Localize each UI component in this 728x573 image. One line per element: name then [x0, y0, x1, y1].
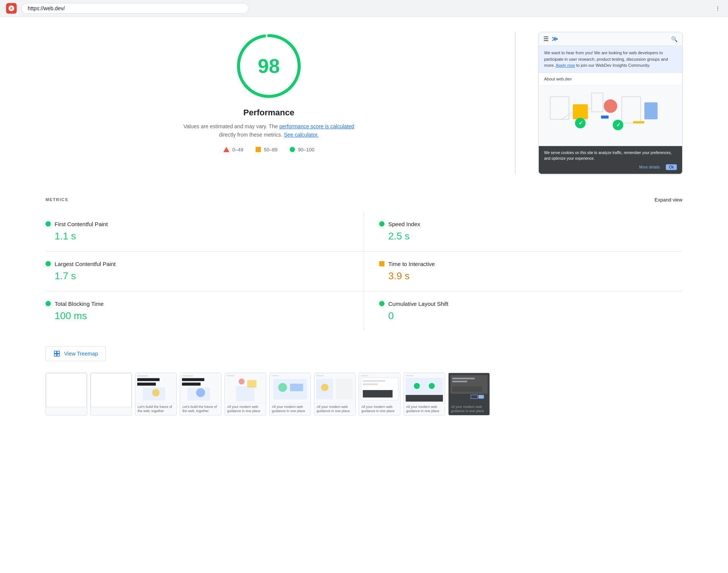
- filmstrip-caption: All your modern web guidance in one plac…: [449, 403, 490, 415]
- metric-lcp-status-dot: [46, 261, 51, 266]
- metric-tbt-header: Total Blocking Time: [46, 301, 348, 307]
- svg-rect-23: [137, 383, 156, 386]
- svg-line-12: [562, 112, 573, 119]
- filmstrip-frame: All your modern web guidance in one plac…: [403, 373, 445, 416]
- svg-rect-55: [406, 378, 443, 394]
- browser-chrome: https://web.dev/ ⋮: [0, 0, 728, 17]
- browser-menu-button[interactable]: ⋮: [714, 4, 722, 13]
- svg-rect-4: [592, 93, 603, 112]
- metric-cls: Cumulative Layout Shift 0: [364, 291, 682, 331]
- svg-rect-19: [57, 354, 60, 356]
- metric-si: Speed Index 2.5 s: [364, 212, 682, 252]
- svg-rect-6: [622, 96, 641, 123]
- metric-tti-status-dot: [379, 261, 384, 266]
- metric-tbt-status-dot: [46, 301, 51, 306]
- svg-rect-41: [290, 384, 303, 391]
- filmstrip-frame: Let's build the future of the web, toget…: [180, 373, 221, 416]
- svg-rect-64: [479, 395, 484, 398]
- svg-rect-34: [236, 386, 254, 401]
- filmstrip-frame: All your modern web guidance in one plac…: [269, 373, 311, 416]
- filmstrip-blank-1: [46, 373, 87, 407]
- average-range: 50–89: [264, 147, 278, 153]
- browser-logo: [6, 3, 17, 14]
- metrics-header: METRICS Expand view: [46, 197, 682, 203]
- svg-rect-36: [247, 380, 257, 387]
- svg-rect-14: [601, 115, 609, 118]
- treemap-icon: [53, 350, 60, 357]
- metric-cls-status-dot: [379, 301, 384, 306]
- metric-fcp-status-dot: [46, 221, 51, 227]
- metric-fcp: First Contentful Paint 1.1 s: [46, 212, 364, 252]
- see-calculator-link[interactable]: See calculator.: [284, 132, 319, 138]
- main-content: 98 Performance Values are estimated and …: [0, 17, 728, 189]
- svg-point-46: [321, 384, 329, 391]
- svg-rect-56: [406, 395, 443, 401]
- screenshot-card: ☰ ≫ 🔍 We want to hear from you! We are l…: [538, 32, 682, 174]
- performance-score-link[interactable]: performance score is calculated: [279, 123, 355, 129]
- metrics-section: METRICS Expand view First Contentful Pai…: [0, 189, 728, 338]
- performance-description: Values are estimated and may vary. The p…: [182, 122, 356, 139]
- svg-rect-29: [182, 383, 201, 386]
- address-bar[interactable]: https://web.dev/: [21, 3, 249, 14]
- filmstrip-inner: [404, 373, 445, 403]
- screenshot-banner: We want to hear from you! We are looking…: [539, 46, 682, 73]
- treemap-button-label: View Treemap: [64, 351, 98, 357]
- metric-si-header: Speed Index: [379, 221, 682, 227]
- good-icon: [290, 147, 295, 152]
- metric-lcp-label: Largest Contentful Paint: [55, 261, 116, 267]
- metric-tti-label: Time to Interactive: [388, 261, 435, 267]
- metric-lcp-header: Largest Contentful Paint: [46, 261, 348, 267]
- apply-now-link[interactable]: Apply now: [556, 63, 575, 68]
- screenshot-illustration: ✓ ✓: [539, 85, 682, 146]
- legend-item-fail: 0–49: [223, 147, 243, 153]
- svg-rect-7: [644, 102, 657, 119]
- svg-rect-28: [182, 378, 204, 381]
- cookie-ok-button[interactable]: Ok: [666, 164, 677, 170]
- metric-tti: Time to Interactive 3.9 s: [364, 252, 682, 291]
- filmstrip-frame: All your modern web guidance in one plac…: [314, 373, 356, 416]
- filmstrip-inner: [225, 373, 266, 403]
- metric-fcp-value: 1.1 s: [46, 230, 348, 242]
- panel-divider: [515, 32, 516, 174]
- svg-rect-54: [406, 375, 413, 376]
- metric-si-value: 2.5 s: [379, 230, 682, 242]
- svg-rect-16: [54, 351, 56, 353]
- svg-point-25: [152, 389, 160, 396]
- svg-rect-65: [471, 395, 478, 398]
- metric-tbt-value: 100 ms: [46, 310, 348, 322]
- metric-lcp-value: 1.7 s: [46, 270, 348, 282]
- metric-tbt: Total Blocking Time 100 ms: [46, 291, 364, 331]
- filmstrip: Let's build the future of the web, toget…: [46, 373, 682, 416]
- score-legend: 0–49 50–89 90–100: [223, 147, 314, 153]
- screenshot-cookie: We serve cookies on this site to analyze…: [539, 146, 682, 174]
- filmstrip-frame: All your modern web guidance in one plac…: [448, 373, 490, 416]
- filmstrip-frame: Let's build the future of the web, toget…: [135, 373, 177, 416]
- screenshot-about: About web.dev: [539, 73, 682, 85]
- svg-rect-43: [316, 375, 324, 376]
- svg-rect-62: [452, 381, 467, 382]
- performance-score: 98: [258, 55, 280, 77]
- mini-menu-icon: ☰: [543, 35, 549, 43]
- svg-rect-22: [137, 378, 160, 381]
- svg-rect-18: [54, 354, 56, 356]
- filmstrip-frame: All your modern web guidance in one plac…: [359, 373, 400, 416]
- svg-rect-27: [182, 375, 193, 376]
- metrics-grid: First Contentful Paint 1.1 s Speed Index…: [46, 212, 682, 331]
- screenshot-browser-bar: ☰ ≫ 🔍: [539, 32, 682, 46]
- filmstrip-inner: [359, 373, 400, 403]
- webdev-logo-icon: ≫: [552, 35, 558, 43]
- metric-fcp-header: First Contentful Paint: [46, 221, 348, 227]
- fail-range: 0–49: [232, 147, 243, 153]
- cookie-more-details-button[interactable]: More details: [636, 164, 663, 170]
- expand-view-button[interactable]: Expand view: [654, 197, 682, 203]
- filmstrip-caption: Let's build the future of the web, toget…: [180, 403, 221, 415]
- filmstrip-inner: [180, 373, 221, 403]
- svg-line-13: [588, 108, 592, 110]
- metric-lcp: Largest Contentful Paint 1.7 s: [46, 252, 364, 291]
- fail-icon: [223, 147, 229, 152]
- filmstrip-inner: [135, 373, 176, 403]
- svg-rect-50: [363, 380, 385, 382]
- cookie-actions: More details Ok: [544, 164, 677, 170]
- view-treemap-button[interactable]: View Treemap: [46, 346, 106, 361]
- score-circle: 98: [235, 32, 303, 100]
